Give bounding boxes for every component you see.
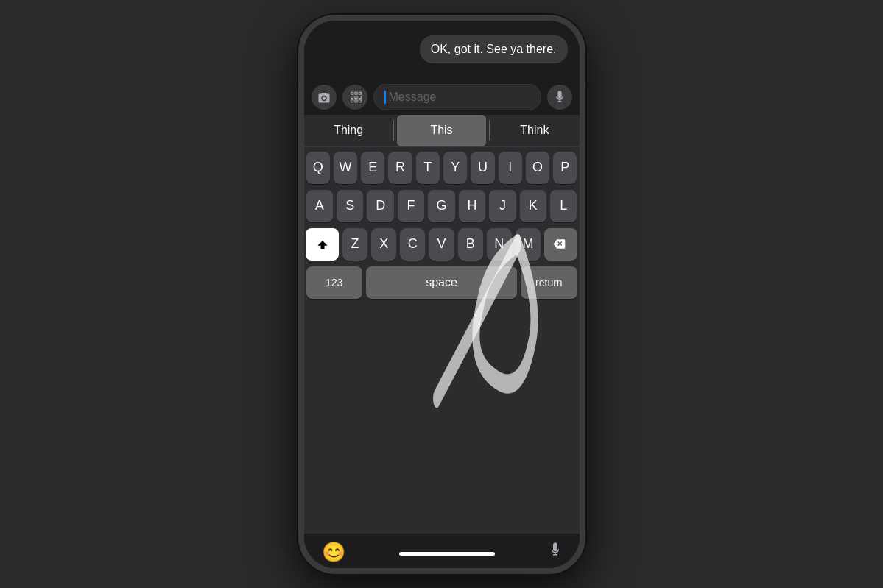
camera-icon [317,91,331,103]
key-row-3: Z X C V B N M [306,228,577,261]
message-bubble: OK, got it. See ya there. [420,35,568,63]
mic-bottom-icon [549,541,562,559]
predictive-word-center[interactable]: This [397,115,486,146]
key-D[interactable]: D [367,190,393,222]
key-E[interactable]: E [361,152,384,184]
predictive-divider-left [393,120,394,141]
key-W[interactable]: W [334,152,357,184]
key-row-4: 123 space return [306,266,577,299]
key-row-1: Q W E R T Y U I O P [306,152,577,184]
input-bar: Message [304,79,580,115]
shift-icon [315,237,330,252]
key-X[interactable]: X [371,228,396,261]
key-P[interactable]: P [553,152,577,184]
predictive-word-right[interactable]: Think [490,115,579,146]
key-F[interactable]: F [398,190,424,222]
key-H[interactable]: H [459,190,485,222]
predictive-bar: Thing This Think [304,115,580,147]
key-U[interactable]: U [471,152,494,184]
appstore-button[interactable] [342,85,367,110]
key-L[interactable]: L [550,190,577,222]
key-S[interactable]: S [337,190,363,222]
message-input[interactable]: Message [373,84,541,110]
key-rows: Q W E R T Y U I O P A S D F G [304,147,580,534]
delete-icon [552,238,569,250]
microphone-button[interactable] [547,85,572,110]
predictive-word-left[interactable]: Thing [304,115,393,146]
key-row-2: A S D F G H J K L [306,190,577,222]
message-area: OK, got it. See ya there. [304,21,580,79]
phone-frame: OK, got it. See ya there. Message [298,15,585,574]
key-N[interactable]: N [487,228,512,261]
key-Z[interactable]: Z [342,228,367,261]
camera-button[interactable] [312,85,337,110]
key-Y[interactable]: Y [443,152,467,184]
mic-bottom-button[interactable] [549,541,562,563]
shift-key[interactable] [306,228,338,261]
key-C[interactable]: C [400,228,425,261]
key-B[interactable]: B [458,228,483,261]
home-indicator [399,552,495,556]
text-cursor [384,91,386,104]
key-Q[interactable]: Q [306,152,330,184]
key-I[interactable]: I [499,152,522,184]
key-M[interactable]: M [516,228,541,261]
key-T[interactable]: T [416,152,440,184]
delete-key[interactable] [544,228,577,261]
numbers-key[interactable]: 123 [306,266,362,299]
key-A[interactable]: A [306,190,333,222]
key-O[interactable]: O [526,152,549,184]
key-R[interactable]: R [388,152,412,184]
space-key[interactable]: space [366,266,517,299]
bottom-bar: 😊 [304,534,580,568]
key-J[interactable]: J [489,190,516,222]
appstore-icon [348,91,362,104]
emoji-button[interactable]: 😊 [322,541,345,564]
microphone-icon [554,90,566,105]
keyboard: Thing This Think Q W E R T Y U I O [304,115,580,568]
phone-inner: OK, got it. See ya there. Message [304,21,580,568]
key-V[interactable]: V [429,228,454,261]
input-placeholder: Message [389,91,437,104]
return-key[interactable]: return [521,266,577,299]
key-K[interactable]: K [520,190,546,222]
key-G[interactable]: G [428,190,454,222]
